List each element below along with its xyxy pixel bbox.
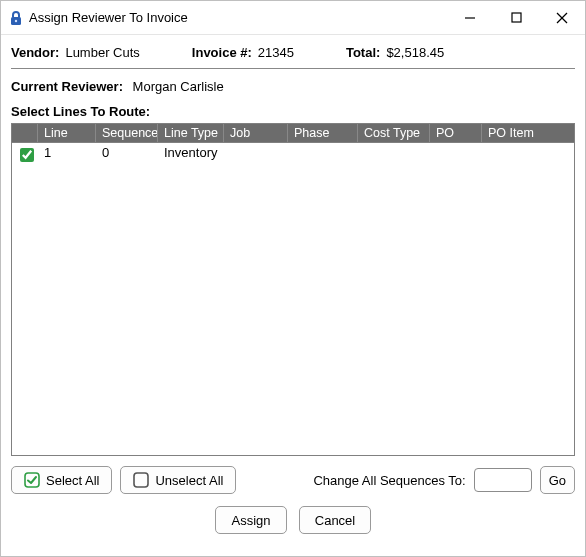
unselect-all-label: Unselect All <box>155 473 223 488</box>
cell-sequence: 0 <box>96 143 158 167</box>
cancel-button[interactable]: Cancel <box>299 506 371 534</box>
col-po[interactable]: PO <box>430 124 482 142</box>
vendor-label: Vendor: <box>11 45 59 60</box>
select-lines-label: Select Lines To Route: <box>11 98 575 123</box>
total-value: $2,518.45 <box>386 45 444 60</box>
cell-line-type: Inventory <box>158 143 224 167</box>
lock-icon <box>9 10 23 26</box>
checkbox-checked-icon <box>24 472 40 488</box>
col-cost-type[interactable]: Cost Type <box>358 124 430 142</box>
col-po-item[interactable]: PO Item <box>482 124 574 142</box>
svg-rect-7 <box>134 473 148 487</box>
content-area: Vendor: Lumber Cuts Invoice #: 21345 Tot… <box>1 35 585 556</box>
select-all-label: Select All <box>46 473 99 488</box>
grid-body[interactable]: 1 0 Inventory <box>12 143 574 454</box>
close-button[interactable] <box>539 1 585 34</box>
vendor-value: Lumber Cuts <box>65 45 139 60</box>
window-controls <box>447 1 585 34</box>
cancel-label: Cancel <box>315 513 355 528</box>
col-check[interactable] <box>12 124 38 142</box>
total-label: Total: <box>346 45 380 60</box>
col-line-type[interactable]: Line Type <box>158 124 224 142</box>
cell-line: 1 <box>38 143 96 167</box>
col-sequence[interactable]: Sequence <box>96 124 158 142</box>
col-job[interactable]: Job <box>224 124 288 142</box>
table-row[interactable]: 1 0 Inventory <box>12 143 574 167</box>
col-line[interactable]: Line <box>38 124 96 142</box>
go-label: Go <box>549 473 566 488</box>
assign-label: Assign <box>231 513 270 528</box>
row-checkbox[interactable] <box>20 148 34 162</box>
checkbox-empty-icon <box>133 472 149 488</box>
lines-grid: Line Sequence Line Type Job Phase Cost T… <box>11 123 575 456</box>
invoice-number-value: 21345 <box>258 45 294 60</box>
reviewer-row: Current Reviewer: Morgan Carlisle <box>11 69 575 98</box>
current-reviewer-label: Current Reviewer: <box>11 79 123 94</box>
svg-point-1 <box>15 19 17 21</box>
cell-phase <box>288 143 358 167</box>
svg-rect-3 <box>512 13 521 22</box>
titlebar: Assign Reviewer To Invoice <box>1 1 585 35</box>
cell-po <box>430 143 482 167</box>
svg-rect-6 <box>25 473 39 487</box>
cell-job <box>224 143 288 167</box>
maximize-button[interactable] <box>493 1 539 34</box>
window-title: Assign Reviewer To Invoice <box>29 10 447 25</box>
invoice-info-row: Vendor: Lumber Cuts Invoice #: 21345 Tot… <box>11 41 575 69</box>
assign-button[interactable]: Assign <box>215 506 287 534</box>
cell-cost-type <box>358 143 430 167</box>
change-sequences-label: Change All Sequences To: <box>313 473 465 488</box>
select-all-button[interactable]: Select All <box>11 466 112 494</box>
app-window: Assign Reviewer To Invoice Vendor: Lumbe… <box>0 0 586 557</box>
go-button[interactable]: Go <box>540 466 575 494</box>
invoice-number-label: Invoice #: <box>192 45 252 60</box>
toolbar: Select All Unselect All Change All Seque… <box>11 456 575 494</box>
footer: Assign Cancel <box>11 494 575 546</box>
current-reviewer-value: Morgan Carlisle <box>133 79 224 94</box>
minimize-button[interactable] <box>447 1 493 34</box>
sequence-input[interactable] <box>474 468 532 492</box>
col-phase[interactable]: Phase <box>288 124 358 142</box>
grid-header: Line Sequence Line Type Job Phase Cost T… <box>12 124 574 143</box>
unselect-all-button[interactable]: Unselect All <box>120 466 236 494</box>
cell-po-item <box>482 143 574 167</box>
